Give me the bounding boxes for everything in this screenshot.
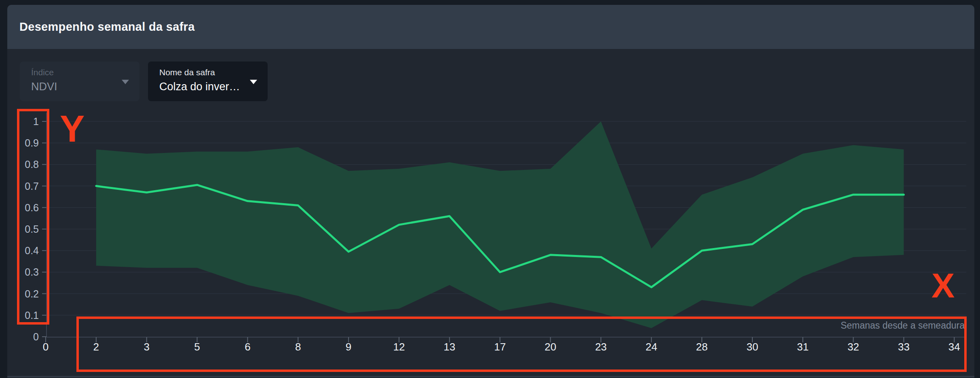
x-tick-label: 24 bbox=[646, 341, 657, 353]
x-tick-label: 20 bbox=[545, 341, 556, 353]
x-axis-title: Semanas desde a semeadura bbox=[841, 320, 965, 331]
x-tick-label: 28 bbox=[696, 341, 708, 353]
y-tick-label: 0.9 bbox=[25, 137, 39, 149]
y-tick-label: 0.5 bbox=[25, 223, 39, 235]
x-tick-label: 31 bbox=[797, 341, 809, 353]
y-tick-label: 0.6 bbox=[25, 202, 39, 213]
x-tick-label: 0 bbox=[43, 341, 49, 353]
x-tick-label: 33 bbox=[898, 341, 910, 353]
x-tick-label: 30 bbox=[746, 341, 758, 353]
x-tick-label: 2 bbox=[93, 341, 99, 353]
x-tick-label: 13 bbox=[444, 341, 455, 353]
x-tick-label: 17 bbox=[494, 341, 506, 353]
x-tick-label: 32 bbox=[847, 341, 859, 353]
y-tick-label: 0.3 bbox=[25, 266, 39, 278]
y-tick-label: 0 bbox=[33, 331, 39, 342]
x-tick-label: 6 bbox=[245, 341, 250, 353]
x-tick-label: 12 bbox=[393, 341, 405, 353]
y-tick-label: 0.7 bbox=[25, 181, 39, 192]
x-tick-label: 8 bbox=[295, 341, 301, 353]
x-tick-label: 9 bbox=[346, 341, 351, 353]
y-tick-label: 0.1 bbox=[25, 310, 39, 321]
dashboard-page: Desempenho semanal da safra Índice NDVI … bbox=[0, 0, 980, 378]
y-tick-label: 0.4 bbox=[25, 245, 39, 256]
ndvi-weekly-chart[interactable]: 00.10.20.30.40.50.60.70.80.9102356891213… bbox=[0, 0, 980, 378]
y-tick-label: 0.2 bbox=[25, 288, 39, 299]
x-tick-label: 34 bbox=[948, 341, 960, 353]
ndvi-range-band bbox=[96, 121, 904, 328]
x-tick-label: 5 bbox=[194, 341, 200, 353]
y-tick-label: 1 bbox=[33, 116, 39, 127]
x-tick-label: 3 bbox=[144, 341, 149, 353]
x-tick-label: 23 bbox=[595, 341, 607, 353]
y-tick-label: 0.8 bbox=[25, 159, 39, 170]
